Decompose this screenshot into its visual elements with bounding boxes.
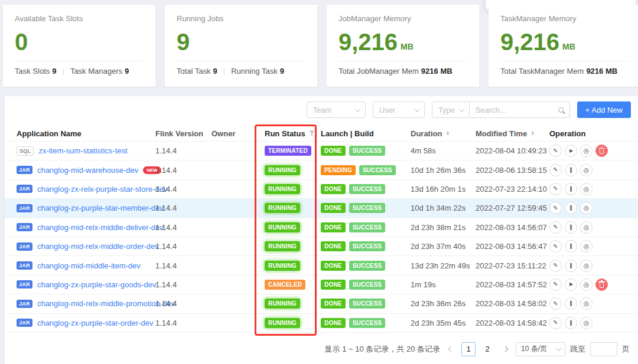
modified-time: 2022-08-03 14:58:42 — [476, 319, 549, 327]
eye-button[interactable]: ◎ — [580, 317, 593, 329]
run-status-badge: TERMINATED — [265, 146, 311, 156]
pause-button[interactable]: ∥ — [565, 260, 577, 272]
page-size-value: 10 条/页 — [521, 344, 547, 354]
eye-icon: ◎ — [584, 205, 590, 211]
pause-icon: ∥ — [569, 168, 572, 173]
app-name-link[interactable]: changlog-zx-purple-star-order-dev — [37, 319, 154, 327]
launch-badge: DONE — [321, 299, 346, 309]
edit-button[interactable]: ✎ — [549, 164, 562, 176]
app-name-link[interactable]: changlog-mid-relx-middle-deliver-dev — [37, 223, 164, 232]
page-size-select[interactable]: 10 条/页 — [516, 342, 565, 356]
app-name-link[interactable]: changlog-zx-purple-star-member-dev — [37, 204, 164, 212]
card-title: Running Jobs — [165, 5, 317, 23]
pause-button[interactable]: ∥ — [565, 202, 577, 214]
edit-button[interactable]: ✎ — [549, 183, 562, 195]
column-application-name: Application Name — [17, 129, 155, 138]
eye-icon: ◎ — [584, 300, 590, 307]
footer-stat: Total JobManager Mem9216 MB — [338, 67, 453, 76]
sort-icon[interactable]: ▲▼ — [530, 131, 535, 136]
flink-version: 1.14.4 — [155, 261, 211, 270]
build-badge: SUCCESS — [349, 299, 386, 309]
eye-button[interactable]: ◎ — [580, 297, 593, 310]
edit-button[interactable]: ✎ — [549, 202, 562, 214]
eye-icon: ◎ — [584, 147, 590, 154]
eye-button[interactable]: ◎ — [580, 183, 593, 195]
delete-button[interactable] — [595, 278, 608, 291]
eye-button[interactable]: ◎ — [580, 145, 593, 157]
app-name-link[interactable]: zx-item-sum-statistics-test — [38, 146, 127, 155]
edit-button[interactable]: ✎ — [549, 297, 562, 310]
app-type-badge: JAR — [17, 261, 32, 270]
flink-version: 1.14.4 — [155, 299, 211, 308]
duration: 1m 19s — [411, 280, 476, 289]
edit-button[interactable]: ✎ — [549, 278, 562, 291]
pause-button[interactable]: ∥ — [565, 183, 577, 195]
pause-icon: ∥ — [569, 205, 572, 211]
operation-buttons: ✎∥◎ — [549, 260, 638, 272]
run-status-badge: RUNNING — [265, 299, 300, 309]
search-icon[interactable] — [558, 107, 564, 113]
pause-button[interactable]: ∥ — [565, 221, 577, 234]
delete-button[interactable] — [595, 145, 608, 157]
edit-button[interactable]: ✎ — [549, 260, 562, 272]
pause-button[interactable]: ∥ — [565, 164, 577, 176]
app-name-link[interactable]: changlog-mid-middle-item-dev — [37, 261, 141, 270]
table-row: JAR changlog-mid-warehouse-dev NEW 1.14.… — [5, 160, 638, 179]
card-footer: Task Slots9 | Task Managers9 — [3, 61, 155, 76]
app-name-link[interactable]: changlog-zx-purple-star-goods-dev — [37, 280, 157, 289]
edit-button[interactable]: ✎ — [549, 221, 562, 234]
filter-funnel-icon[interactable] — [309, 130, 315, 136]
launch-badge: DONE — [321, 203, 346, 213]
flink-version: 1.14.4 — [155, 280, 211, 289]
user-select[interactable]: User — [373, 101, 425, 118]
next-page-button[interactable] — [499, 342, 511, 356]
app-name-link[interactable]: changlog-mid-warehouse-dev — [37, 166, 138, 175]
pause-button[interactable]: ∥ — [565, 297, 577, 310]
play-button[interactable]: ▶ — [565, 145, 577, 157]
prev-page-button[interactable] — [445, 342, 457, 356]
eye-button[interactable]: ◎ — [580, 278, 593, 291]
filter-bar: Team User Type + Add New — [5, 96, 638, 118]
edit-button[interactable]: ✎ — [549, 145, 562, 157]
eye-button[interactable]: ◎ — [580, 240, 593, 252]
column-duration[interactable]: Duration ▲▼ — [411, 129, 476, 138]
pause-button[interactable]: ∥ — [565, 317, 577, 329]
type-select[interactable]: Type — [432, 101, 470, 118]
play-button[interactable]: ▶ — [565, 278, 577, 291]
card-unit: MB — [401, 42, 414, 55]
search-input[interactable] — [476, 106, 546, 114]
page-button-1[interactable]: 1 — [461, 342, 476, 356]
operation-buttons: ✎∥◎ — [549, 221, 638, 234]
footer-stat: Task Managers9 — [70, 67, 129, 76]
run-status-badge: CANCELED — [265, 280, 305, 290]
app-name-link[interactable]: changlog-mid-relx-middle-order-dev — [37, 242, 159, 251]
trash-icon — [600, 149, 604, 154]
card-running-jobs: Running Jobs 9 Total Task9 | Running Tas… — [165, 5, 317, 87]
app-type-badge: JAR — [17, 319, 32, 327]
pause-button[interactable]: ∥ — [565, 240, 577, 252]
column-modified-time[interactable]: Modified Time ▲▼ — [476, 129, 549, 138]
application-panel: Team User Type + Add New Application Nam… — [5, 96, 638, 364]
modified-time: 2022-08-04 10:49:23 — [476, 146, 549, 155]
jump-page-input[interactable] — [590, 342, 617, 356]
footer-stat: Running Task9 — [231, 67, 284, 76]
team-select[interactable]: Team — [307, 101, 366, 118]
modified-time: 2022-08-03 14:58:02 — [476, 299, 549, 308]
sort-icon[interactable]: ▲▼ — [445, 131, 450, 136]
column-operation: Operation — [549, 129, 638, 138]
app-name-link[interactable]: changlog-mid-relx-middle-promotion-dev — [37, 299, 175, 308]
page-button-2[interactable]: 2 — [480, 342, 494, 356]
launch-badge: DONE — [321, 222, 346, 232]
app-name-link[interactable]: changlog-zx-relx-purple-star-store-dev — [37, 185, 167, 194]
edit-icon: ✎ — [553, 281, 558, 287]
edit-button[interactable]: ✎ — [549, 240, 562, 252]
eye-button[interactable]: ◎ — [580, 221, 593, 234]
eye-button[interactable]: ◎ — [580, 260, 593, 272]
pause-icon: ∥ — [569, 186, 572, 192]
eye-button[interactable]: ◎ — [580, 164, 593, 176]
build-badge: SUCCESS — [349, 203, 386, 213]
eye-button[interactable]: ◎ — [580, 202, 593, 214]
add-new-button[interactable]: + Add New — [577, 101, 631, 118]
edit-icon: ✎ — [553, 186, 558, 192]
edit-button[interactable]: ✎ — [549, 317, 562, 329]
